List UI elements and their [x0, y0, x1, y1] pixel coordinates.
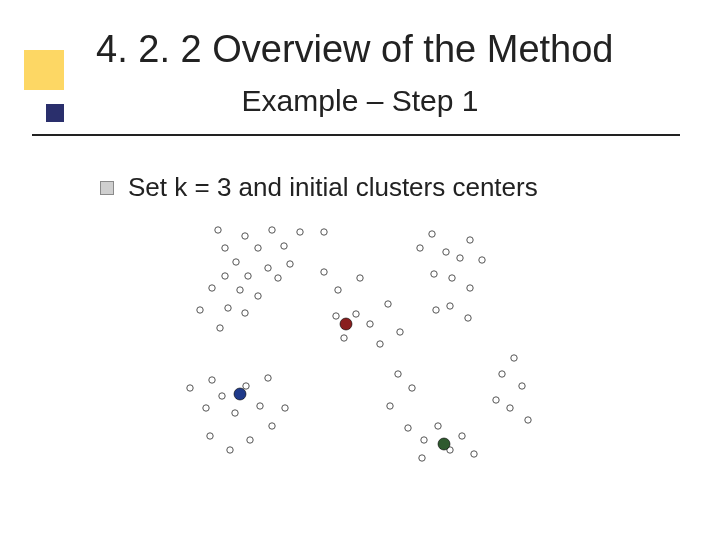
data-point: [255, 245, 261, 251]
scatter-plot: [150, 218, 550, 478]
data-point: [357, 275, 363, 281]
data-point: [187, 385, 193, 391]
data-point: [257, 403, 263, 409]
data-point: [467, 285, 473, 291]
data-point: [387, 403, 393, 409]
center-red: [340, 318, 352, 330]
data-point: [443, 249, 449, 255]
data-point: [247, 437, 253, 443]
data-point: [385, 301, 391, 307]
data-point: [519, 383, 525, 389]
data-point: [447, 303, 453, 309]
center-green: [438, 438, 450, 450]
data-point: [431, 271, 437, 277]
data-point: [471, 451, 477, 457]
data-point: [275, 275, 281, 281]
data-point: [209, 377, 215, 383]
data-point: [225, 305, 231, 311]
data-point: [341, 335, 347, 341]
data-point: [507, 405, 513, 411]
data-point: [242, 310, 248, 316]
data-point: [215, 227, 221, 233]
data-point: [395, 371, 401, 377]
data-point: [525, 417, 531, 423]
data-point: [265, 265, 271, 271]
data-point: [479, 257, 485, 263]
data-point: [499, 371, 505, 377]
data-point: [333, 313, 339, 319]
data-point: [335, 287, 341, 293]
bullet-icon: [100, 181, 114, 195]
data-point: [493, 397, 499, 403]
data-point: [297, 229, 303, 235]
data-point: [237, 287, 243, 293]
data-point: [433, 307, 439, 313]
data-point: [405, 425, 411, 431]
data-point: [367, 321, 373, 327]
data-point: [255, 293, 261, 299]
data-point: [242, 233, 248, 239]
data-point: [265, 375, 271, 381]
center-blue: [234, 388, 246, 400]
data-point: [219, 393, 225, 399]
data-point: [269, 423, 275, 429]
data-point: [282, 405, 288, 411]
data-point: [429, 231, 435, 237]
data-point: [321, 269, 327, 275]
data-point: [409, 385, 415, 391]
data-point: [459, 433, 465, 439]
data-point: [232, 410, 238, 416]
data-point: [421, 437, 427, 443]
data-point: [222, 245, 228, 251]
data-point: [207, 433, 213, 439]
data-point: [419, 455, 425, 461]
data-point: [467, 237, 473, 243]
data-point: [233, 259, 239, 265]
data-point: [449, 275, 455, 281]
data-point: [397, 329, 403, 335]
data-point: [245, 273, 251, 279]
data-point: [217, 325, 223, 331]
bullet-text: Set k = 3 and initial clusters centers: [128, 172, 538, 203]
data-point: [197, 307, 203, 313]
data-point: [222, 273, 228, 279]
slide: 4. 2. 2 Overview of the Method Example –…: [0, 0, 720, 540]
data-point: [435, 423, 441, 429]
slide-subtitle: Example – Step 1: [0, 84, 720, 118]
data-point: [377, 341, 383, 347]
data-point: [203, 405, 209, 411]
slide-title: 4. 2. 2 Overview of the Method: [96, 28, 614, 71]
data-point: [417, 245, 423, 251]
data-point: [281, 243, 287, 249]
data-point: [465, 315, 471, 321]
data-point: [287, 261, 293, 267]
bullet-row: Set k = 3 and initial clusters centers: [100, 172, 538, 203]
data-point: [511, 355, 517, 361]
data-point: [321, 229, 327, 235]
title-underline: [32, 134, 680, 136]
data-point: [209, 285, 215, 291]
data-point: [269, 227, 275, 233]
data-point: [227, 447, 233, 453]
data-point: [353, 311, 359, 317]
data-point: [243, 383, 249, 389]
data-point: [457, 255, 463, 261]
data-points: [187, 227, 531, 461]
